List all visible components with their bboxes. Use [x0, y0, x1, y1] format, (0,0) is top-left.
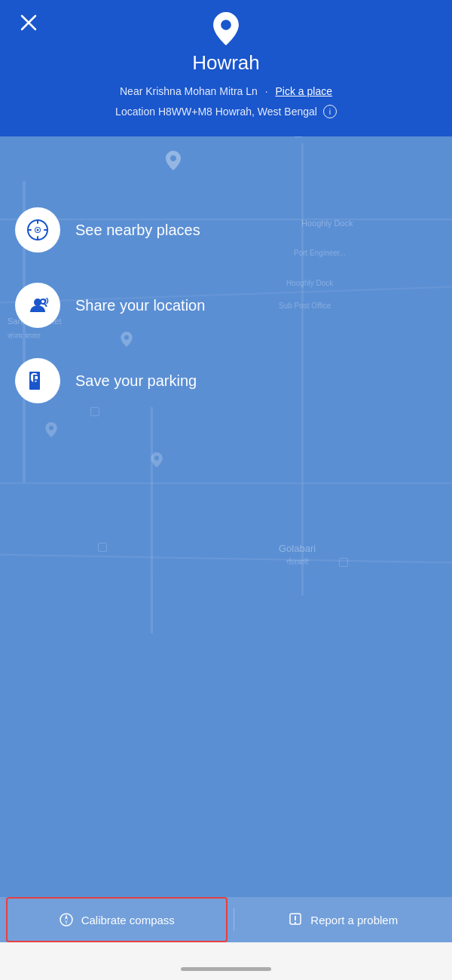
- map-label-golabari-hindi: गोलाबारी: [286, 558, 308, 567]
- pick-place-link[interactable]: Pick a place: [276, 85, 332, 97]
- svg-point-9: [222, 21, 230, 29]
- dot-separator: ·: [265, 85, 268, 97]
- nearby-icon-circle: [15, 207, 60, 253]
- nearby-places-item[interactable]: See nearby places: [15, 192, 437, 268]
- home-indicator: [181, 967, 271, 971]
- svg-point-13: [37, 229, 39, 231]
- map-pin-1: [166, 151, 181, 170]
- bottom-bar: Calibrate compass Report a problem: [0, 897, 452, 942]
- report-problem-button[interactable]: Report a problem: [234, 897, 453, 942]
- compass-icon: [59, 912, 74, 927]
- info-button[interactable]: i: [323, 105, 337, 118]
- location-code-row: Location H8WW+M8 Howrah, West Bengal i: [15, 105, 437, 118]
- nearby-places-label: See nearby places: [75, 222, 200, 239]
- calibrate-compass-button[interactable]: Calibrate compass: [6, 897, 228, 942]
- report-label: Report a problem: [310, 914, 398, 926]
- svg-rect-29: [295, 922, 296, 923]
- close-icon: [20, 14, 37, 31]
- action-list: See nearby places Share your location P: [0, 192, 452, 418]
- header-panel: Howrah Near Krishna Mohan Mitra Ln · Pic…: [0, 0, 452, 136]
- share-location-item[interactable]: Share your location: [15, 268, 437, 343]
- save-parking-label: Save your parking: [75, 372, 197, 390]
- calibrate-label: Calibrate compass: [81, 914, 175, 926]
- close-button[interactable]: [15, 9, 42, 36]
- map-pin-4: [45, 422, 57, 437]
- share-icon-circle: [15, 283, 60, 328]
- map-pin-5: [151, 452, 163, 467]
- location-nearby-icon: [26, 219, 49, 241]
- svg-text:P: P: [32, 373, 41, 386]
- parking-icon: P: [27, 370, 48, 391]
- city-title: Howrah: [15, 51, 437, 75]
- report-icon: [288, 912, 303, 927]
- svg-rect-28: [295, 916, 296, 920]
- share-location-icon: [26, 294, 49, 317]
- map-label-golabari: Golabari: [279, 543, 316, 554]
- location-subtitle: Near Krishna Mohan Mitra Ln · Pick a pla…: [15, 85, 437, 97]
- nav-bar: [0, 942, 452, 980]
- map-background: Howrah Station Home Hooghly Dock Port En…: [0, 30, 452, 980]
- share-location-label: Share your location: [75, 297, 205, 314]
- parking-icon-circle: P: [15, 358, 60, 403]
- save-parking-item[interactable]: P Save your parking: [15, 343, 437, 418]
- svg-marker-26: [65, 920, 68, 925]
- location-pin-header: [15, 12, 437, 45]
- svg-marker-25: [65, 914, 68, 920]
- pin-icon: [212, 12, 240, 45]
- top-section: Howrah Near Krishna Mohan Mitra Ln · Pic…: [0, 0, 452, 136]
- nearby-text: Near Krishna Mohan Mitra Ln: [120, 85, 258, 97]
- location-code-text: Location H8WW+M8 Howrah, West Bengal: [115, 106, 317, 118]
